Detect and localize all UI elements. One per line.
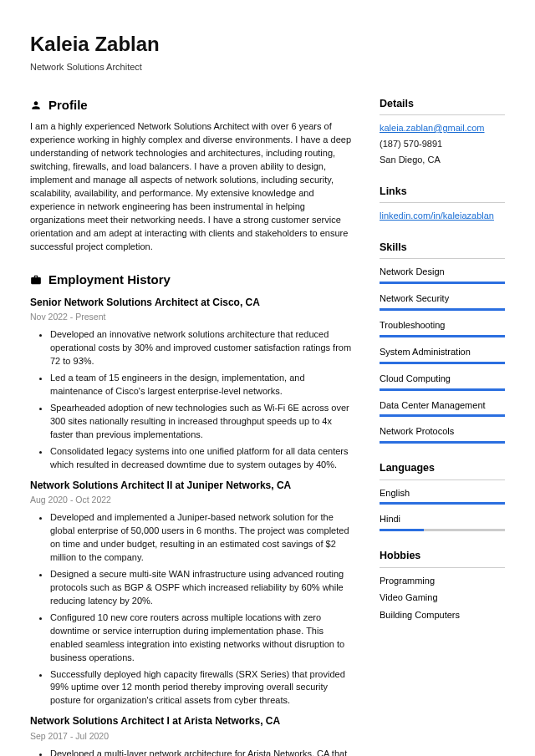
skill-item: Hindi: [380, 513, 505, 531]
job-bullet: Consolidated legacy systems into one uni…: [50, 445, 356, 472]
hobby-item: Programming: [380, 575, 505, 588]
hobby-item: Building Computers: [380, 609, 505, 622]
job-entry: Network Solutions Architect II at Junipe…: [30, 479, 356, 708]
details-heading: Details: [380, 96, 505, 115]
skill-name: Network Design: [380, 266, 505, 279]
job-bullet: Configured 10 new core routers across mu…: [50, 611, 356, 665]
hobbies-heading: Hobbies: [380, 548, 505, 567]
job-title: Network Solutions Architect I at Arista …: [30, 714, 356, 728]
job-bullet: Successfully deployed high capacity fire…: [50, 668, 356, 708]
job-bullet: Developed an innovative network solution…: [50, 328, 356, 368]
skill-item: Network Design: [380, 266, 505, 284]
skill-name: Data Center Management: [380, 399, 505, 413]
skill-bar: [380, 362, 505, 364]
skill-bar: [380, 414, 505, 417]
email-link[interactable]: kaleia.zablan@gmail.com: [380, 123, 485, 133]
languages-heading: Languages: [380, 460, 505, 479]
skills-heading: Skills: [380, 240, 505, 259]
job-bullet: Spearheaded adoption of new technologies…: [50, 402, 356, 442]
skill-bar: [380, 502, 505, 505]
person-icon: [30, 99, 42, 111]
job-bullet: Developed a multi-layer network architec…: [50, 748, 356, 756]
job-bullet: Developed and implemented a Juniper-base…: [50, 511, 356, 565]
skill-bar: [380, 529, 505, 531]
job-bullet: Led a team of 15 engineers in the design…: [50, 372, 356, 398]
hobby-item: Video Gaming: [380, 591, 505, 605]
job-entry: Network Solutions Architect I at Arista …: [30, 714, 356, 756]
briefcase-icon: [30, 274, 42, 286]
skill-bar: [380, 282, 505, 284]
skill-item: System Administration: [380, 346, 505, 364]
job-dates: Nov 2022 - Present: [30, 311, 356, 323]
person-name: Kaleia Zablan: [30, 30, 505, 59]
skill-name: English: [380, 487, 505, 500]
skill-item: Network Protocols: [380, 425, 505, 444]
skill-item: Network Security: [380, 292, 505, 311]
job-bullet: Designed a secure multi-site WAN infrast…: [50, 568, 356, 608]
person-title: Network Solutions Architect: [30, 61, 505, 74]
skill-item: Data Center Management: [380, 399, 505, 418]
skill-name: Network Security: [380, 292, 505, 306]
skill-item: Cloud Computing: [380, 373, 505, 391]
job-dates: Sep 2017 - Jul 2020: [30, 730, 356, 743]
phone-text: (187) 570-9891: [380, 138, 505, 151]
external-link[interactable]: linkedin.com/in/kaleiazablan: [380, 211, 494, 221]
location-text: San Diego, CA: [380, 154, 505, 167]
links-heading: Links: [380, 184, 505, 203]
skill-item: Troubleshooting: [380, 319, 505, 337]
skill-bar: [380, 335, 505, 337]
skill-bar: [380, 388, 505, 391]
profile-text: I am a highly experienced Network Soluti…: [30, 120, 356, 253]
skill-name: System Administration: [380, 346, 505, 359]
skill-name: Network Protocols: [380, 425, 505, 439]
skill-bar: [380, 308, 505, 311]
skill-item: English: [380, 487, 505, 505]
employment-heading: Employment History: [30, 271, 356, 289]
job-dates: Aug 2020 - Oct 2022: [30, 494, 356, 506]
skill-name: Troubleshooting: [380, 319, 505, 332]
job-title: Network Solutions Architect II at Junipe…: [30, 479, 356, 493]
job-entry: Senior Network Solutions Architect at Ci…: [30, 296, 356, 472]
skill-name: Hindi: [380, 513, 505, 526]
job-title: Senior Network Solutions Architect at Ci…: [30, 296, 356, 310]
skill-name: Cloud Computing: [380, 373, 505, 386]
profile-heading: Profile: [30, 96, 356, 114]
skill-bar: [380, 441, 505, 444]
